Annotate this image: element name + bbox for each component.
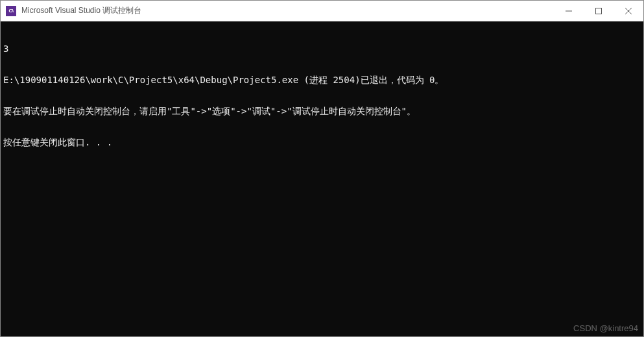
console-line: 3 bbox=[3, 44, 641, 54]
console-line: 按任意键关闭此窗口. . . bbox=[3, 137, 641, 147]
svg-rect-1 bbox=[596, 8, 602, 14]
watermark: CSDN @kintre94 bbox=[573, 323, 638, 334]
console-line: E:\190901140126\work\C\Project5\x64\Debu… bbox=[3, 75, 641, 85]
window-controls bbox=[554, 1, 643, 21]
console-window: C\ Microsoft Visual Studio 调试控制台 3 bbox=[0, 0, 644, 337]
vs-app-icon: C\ bbox=[6, 6, 16, 16]
minimize-button[interactable] bbox=[554, 1, 584, 21]
console-line: 要在调试停止时自动关闭控制台，请启用"工具"->"选项"->"调试"->"调试停… bbox=[3, 106, 641, 116]
maximize-button[interactable] bbox=[584, 1, 614, 21]
close-icon bbox=[625, 8, 632, 14]
close-button[interactable] bbox=[614, 1, 643, 21]
console-output[interactable]: 3 E:\190901140126\work\C\Project5\x64\De… bbox=[1, 21, 643, 336]
maximize-icon bbox=[595, 8, 602, 14]
window-title: Microsoft Visual Studio 调试控制台 bbox=[21, 5, 554, 16]
titlebar[interactable]: C\ Microsoft Visual Studio 调试控制台 bbox=[1, 1, 643, 21]
minimize-icon bbox=[566, 8, 572, 14]
